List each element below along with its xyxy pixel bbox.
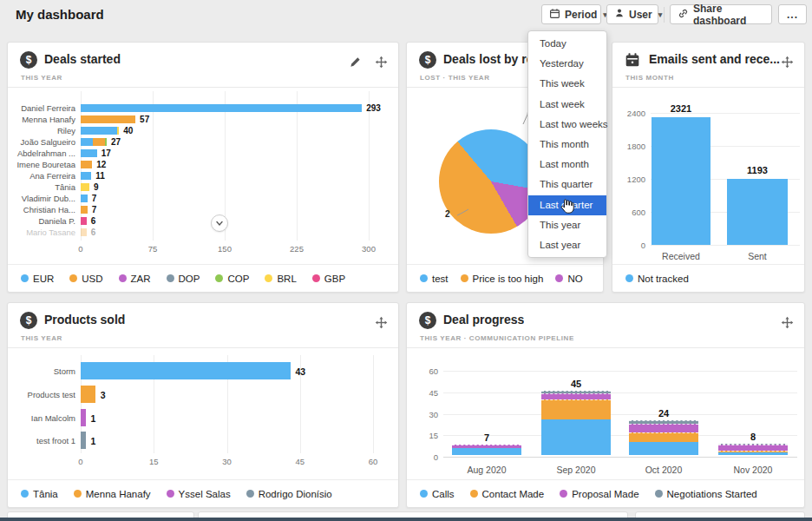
bar-label: Vladimir Dub...	[8, 194, 75, 203]
bar	[81, 127, 119, 135]
menu-item-yesterday[interactable]: Yesterday	[528, 54, 606, 74]
menu-item-last-week[interactable]: Last week	[528, 95, 606, 115]
bar	[81, 228, 87, 236]
bar-value: 27	[111, 137, 121, 147]
gridline	[373, 355, 374, 453]
bar	[81, 432, 86, 449]
legend-dot	[420, 274, 428, 282]
legend-item: BRL	[265, 274, 296, 284]
bar	[81, 183, 89, 191]
bar-segment	[81, 115, 135, 123]
bar	[81, 138, 107, 146]
gridline	[443, 457, 797, 458]
move-icon[interactable]	[375, 316, 388, 333]
calendar-icon	[625, 52, 640, 71]
legend-item: Yssel Salas	[167, 489, 231, 499]
bar-label: Ian Malcolm	[8, 413, 75, 423]
move-icon[interactable]	[781, 316, 794, 333]
bar-value: 11	[95, 171, 105, 181]
bar-label: Christian Ha...	[8, 205, 75, 214]
gridline	[443, 392, 797, 393]
ellipsis-icon: ...	[787, 9, 798, 21]
chevron-down-icon: ▾	[658, 10, 663, 19]
panel-header: $ Products sold THIS YEAR	[8, 303, 398, 348]
legend-label: Not tracked	[638, 274, 689, 284]
bar-segment	[117, 127, 119, 135]
bottom-edge-bar	[0, 518, 812, 521]
x-axis-tick-label: 225	[285, 244, 309, 254]
legend-item: Contact Made	[470, 489, 545, 499]
menu-item-today[interactable]: Today	[528, 34, 606, 54]
user-button[interactable]: User ▾	[606, 4, 658, 24]
share-dashboard-button[interactable]: Share dashboard	[670, 4, 772, 24]
bar-segment	[81, 195, 88, 202]
gridline	[369, 91, 370, 241]
legend-item: DOP	[167, 274, 200, 284]
legend-label: USD	[82, 274, 102, 284]
panel-title: Deal progress	[443, 313, 524, 326]
menu-item-this-year[interactable]: This year	[528, 215, 606, 235]
panel-subtitle: THIS YEAR	[21, 74, 62, 82]
x-axis-tick-label: 30	[215, 457, 239, 466]
gridline	[443, 414, 797, 415]
bar-total-label: 45	[541, 379, 611, 389]
bar-total-label: 8	[718, 432, 788, 442]
menu-item-this-quarter[interactable]: This quarter	[528, 175, 606, 195]
legend-dot	[215, 274, 223, 282]
legend-dot	[69, 274, 77, 282]
stack-segment	[452, 448, 521, 455]
menu-item-last-year[interactable]: Last year	[528, 235, 606, 255]
legend-dot	[167, 490, 174, 498]
bar-label: Storm	[8, 366, 75, 376]
bar-segment	[81, 172, 91, 180]
legend-label: Yssel Salas	[179, 489, 231, 499]
y-axis-tick-label: 1800	[612, 142, 645, 151]
y-axis-tick-label: 45	[409, 388, 438, 398]
bar-value: 6	[91, 216, 96, 226]
x-axis-category-label: Nov 2020	[710, 465, 796, 475]
dollar-icon: $	[419, 51, 436, 69]
bar-label: Mario Tasane	[8, 228, 75, 237]
menu-item-this-week[interactable]: This week	[528, 74, 606, 94]
menu-item-this-month[interactable]: This month	[528, 135, 606, 155]
expand-rows-button[interactable]	[211, 214, 228, 232]
legend-item: USD	[69, 274, 102, 284]
legend-item: Negotiations Started	[655, 489, 757, 499]
x-axis-tick-label: 15	[141, 457, 166, 466]
legend-label: Menna Hanafy	[86, 489, 151, 499]
bar-value: 17	[102, 148, 111, 158]
menu-item-last-month[interactable]: Last month	[528, 155, 606, 175]
bar-segment	[81, 206, 88, 214]
toolbar-divider	[664, 7, 665, 23]
stacked-bar	[452, 445, 521, 455]
legend-dot	[74, 490, 82, 498]
move-icon[interactable]	[375, 56, 388, 72]
legend-label: EUR	[33, 274, 54, 284]
more-options-button[interactable]: ...	[778, 4, 807, 24]
period-button[interactable]: Period ▾	[541, 4, 601, 24]
dollar-icon: $	[20, 51, 37, 69]
panel-deal-progress: $ Deal progress THIS YEAR · COMMUNICATIO…	[406, 302, 805, 508]
bar-label: Riley	[8, 126, 75, 135]
menu-item-last-two-weeks[interactable]: Last two weeks	[528, 115, 606, 135]
deals-started-legend: EURUSDZARDOPCOPBRLGBP	[8, 264, 398, 292]
x-axis-tick-label: 300	[357, 244, 381, 254]
stack-segment	[541, 399, 611, 419]
bar-total-label: 24	[629, 408, 698, 419]
bar	[81, 195, 88, 202]
legend-dot	[246, 490, 254, 498]
legend-label: Price is too high	[473, 274, 544, 284]
panel-subtitle: THIS YEAR	[21, 334, 62, 342]
bar-segment	[81, 183, 89, 191]
pie-slice-value: 2	[445, 209, 450, 219]
gridline	[651, 245, 800, 246]
panel-header: $ Deals started THIS YEAR	[8, 43, 398, 88]
y-axis-tick-label: 0	[612, 241, 645, 250]
stacked-bar	[629, 420, 698, 455]
bar-label: Daniel Ferreira	[8, 103, 75, 113]
calendar-icon	[549, 8, 560, 22]
move-icon[interactable]	[781, 56, 794, 72]
edit-icon[interactable]	[349, 56, 362, 72]
legend-dot	[167, 274, 174, 282]
panel-subtitle: THIS YEAR · COMMUNICATION PIPELINE	[420, 334, 574, 342]
